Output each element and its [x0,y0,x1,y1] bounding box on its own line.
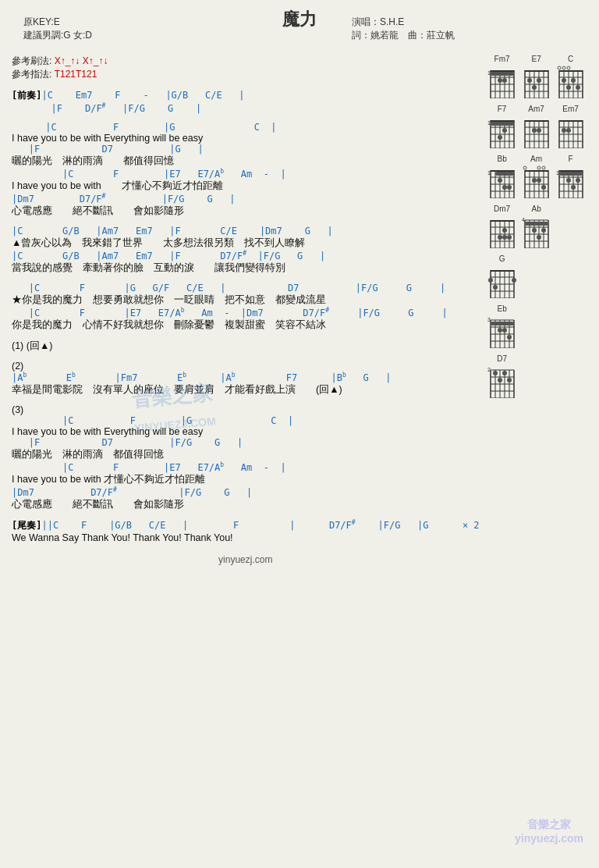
strumming-info: 參考刷法: X↑_↑↓ X↑_↑↓ [12,55,480,68]
svg-text:2: 2 [487,367,491,372]
fingering-pattern: T121T121 [55,69,97,80]
chord-eb: Eb [487,304,517,348]
section-verse1: |C F |G C | I have you to be with Everyt… [12,122,480,218]
outro-chord: [尾奏]||C F |G/B C/E | F | D7/F# |F/G |G ×… [12,519,480,532]
svg-point-13 [502,78,507,83]
fingering-info: 參考指法: T121T121 [12,68,480,81]
svg-point-60 [498,135,502,140]
chord-row-2: F7 [487,105,599,148]
svg-text:1: 1 [487,70,491,76]
strumming-pattern: X↑_↑↓ X↑_↑↓ [55,55,108,66]
svg-rect-104 [525,170,548,172]
svg-point-195 [502,328,507,333]
svg-point-26 [527,78,532,83]
r2-chord1: |Ab Eb |Fm7 Eb |Ab F7 |Bb G | [12,372,480,383]
fingering-label: 參考指法: [12,69,51,80]
svg-point-41 [562,66,565,69]
r2-lyric1: 幸福是間電影院 沒有單人的座位 要肩並肩 才能看好戲上演 (回▲) [12,383,480,397]
page: 原KEY:E 建議男調:G 女:D 魔力 演唱：S.H.E 詞：姚若龍 曲：莊立… [0,0,599,868]
svg-point-86 [562,128,566,133]
svg-point-40 [558,66,561,69]
fm7-diagram: 1 [487,64,517,98]
svg-rect-62 [525,120,548,122]
ch-lyric1: ★你是我的魔力 想要勇敢就想你 一眨眼睛 把不如意 都變成流星 [12,293,480,307]
r3-chord4: |Dm7 D7/F# |F/G G | [12,486,480,498]
ch-lyric2: 你是我的魔力 心情不好我就想你 刪除憂鬱 複製甜蜜 笑容不結冰 [12,318,480,332]
chord-row-1: Fm7 [487,55,599,98]
svg-text:1: 1 [487,120,491,126]
ch-chord1: |C F |G G/F C/E | D7 |F/G G | [12,283,480,293]
v1-chord4: |Dm7 D7/F# |F/G G | [12,193,480,205]
v1-chord2: |F D7 |G | [12,144,480,155]
page-title: 魔力 [12,8,587,31]
svg-point-118 [541,185,546,190]
v1-lyric1: I have you to be with Everything will be… [12,133,480,144]
chord-f7: F7 [487,105,517,148]
svg-rect-132 [559,172,583,176]
svg-point-87 [566,128,571,133]
r3-lyric4: 心電感應 絕不斷訊 會如影隨形 [12,498,480,511]
intro-line2: |F D/F# |F/G G | [12,102,480,114]
ch-chord2: |C F |E7 E7/Ab Am - |Dm7 D7/F# |F/G G | [12,307,480,318]
svg-point-28 [532,85,537,90]
section-repeat2: (2) |Ab Eb |Fm7 Eb |Ab F7 |Bb G | 幸福是間電影… [12,361,480,397]
svg-text:1: 1 [487,170,491,176]
svg-point-212 [498,378,502,382]
repeat3-number: (3) [12,404,480,415]
svg-point-148 [502,228,507,233]
v1-chord1: |C F |G C | [12,122,480,133]
svg-point-27 [537,78,541,83]
lyrics-section: 參考刷法: X↑_↑↓ X↑_↑↓ 參考指法: T121T121 [前奏]|C … [12,55,487,565]
chord-c: C [556,55,586,98]
chord-g: G [487,254,517,298]
svg-point-102 [507,185,512,190]
svg-point-116 [532,178,537,183]
chord-dm7: Dm7 [487,205,517,248]
am-diagram [522,164,551,198]
svg-point-210 [502,371,507,375]
chord-row-3: Bb [487,155,599,198]
chord-row-5: G [487,254,599,298]
svg-point-150 [507,235,512,240]
section-repeat1: (1) (回▲) [12,340,480,353]
header-area: 原KEY:E 建議男調:G 女:D 魔力 演唱：S.H.E 詞：姚若龍 曲：莊立… [12,8,587,55]
d7-diagram: 2 [487,364,517,398]
svg-point-43 [571,78,576,83]
repeat1-label: (1) (回▲) [12,340,480,353]
svg-text:4: 4 [522,217,525,222]
svg-point-166 [541,228,546,233]
am7-diagram [522,114,551,148]
chord-d7: D7 [487,354,517,398]
r3-chord1: |C F |G C | [12,415,480,426]
main-content: 參考刷法: X↑_↑↓ X↑_↑↓ 參考指法: T121T121 [前奏]|C … [12,55,587,565]
intro-label: [前奏]|C Em7 F - |G/B C/E | [12,89,480,102]
svg-point-44 [576,85,580,90]
svg-point-74 [537,128,541,133]
svg-point-59 [502,128,507,133]
v1-chord3: |C F |E7 E7/Ab Am - | [12,168,480,180]
dm7-diagram [487,214,517,248]
svg-rect-58 [491,122,514,126]
chords-sidebar: Fm7 [487,55,599,565]
svg-point-12 [498,78,502,83]
svg-point-165 [537,235,541,240]
svg-rect-75 [559,120,583,122]
chord-ab: Ab [522,205,551,248]
svg-point-149 [498,235,502,240]
svg-point-120 [542,166,545,169]
svg-rect-163 [525,222,548,226]
svg-point-133 [566,178,571,183]
svg-point-194 [498,328,502,333]
chord-fm7: Fm7 [487,55,517,98]
f7-diagram: 1 [487,114,517,148]
svg-rect-11 [491,72,514,76]
svg-point-115 [523,166,526,169]
chord-em7: Em7 [556,105,586,148]
chord-row-7: D7 [487,354,599,398]
chord-row-6: Eb [487,304,599,348]
r3-lyric1: I have you to be with Everything will be… [12,426,480,437]
em7-diagram [556,114,586,148]
r3-chord3: |C F |E7 E7/Ab Am - | [12,461,480,473]
v1-lyric2: 曬的陽光 淋的雨滴 都值得回憶 [12,155,480,168]
r3-lyric2: 曬的陽光 淋的雨滴 都值得回憶 [12,448,480,461]
